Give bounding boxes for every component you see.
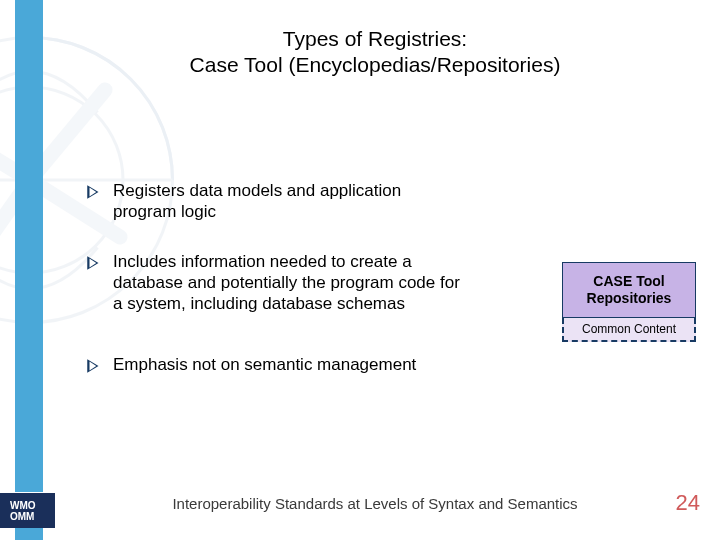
diagram-box: CASE Tool Repositories Common Content: [562, 262, 696, 342]
bullet-text: Emphasis not on semantic management: [113, 354, 416, 375]
chevron-bullet-icon: [85, 254, 103, 272]
title-line-2: Case Tool (Encyclopedias/Repositories): [70, 52, 680, 78]
sidebar-stripe: [15, 0, 43, 540]
bullet-list: Registers data models and application pr…: [85, 180, 465, 404]
bullet-item: Registers data models and application pr…: [85, 180, 465, 223]
bullet-text: Registers data models and application pr…: [113, 180, 465, 223]
box-main-label: CASE Tool Repositories: [562, 262, 696, 318]
bullet-text: Includes information needed to create a …: [113, 251, 465, 315]
chevron-bullet-icon: [85, 183, 103, 201]
bullet-item: Emphasis not on semantic management: [85, 354, 465, 375]
box-sub-label: Common Content: [562, 318, 696, 342]
chevron-bullet-icon: [85, 357, 103, 375]
title-line-1: Types of Registries:: [70, 26, 680, 52]
footer-text: Interoperability Standards at Levels of …: [70, 495, 680, 512]
slide-title: Types of Registries: Case Tool (Encyclop…: [70, 26, 680, 79]
badge-line2: OMM: [10, 511, 55, 522]
page-number: 24: [676, 490, 700, 516]
footer: Interoperability Standards at Levels of …: [70, 495, 680, 512]
bullet-item: Includes information needed to create a …: [85, 251, 465, 315]
badge-line1: WMO: [10, 500, 55, 511]
wmo-badge: WMO OMM: [0, 492, 55, 528]
